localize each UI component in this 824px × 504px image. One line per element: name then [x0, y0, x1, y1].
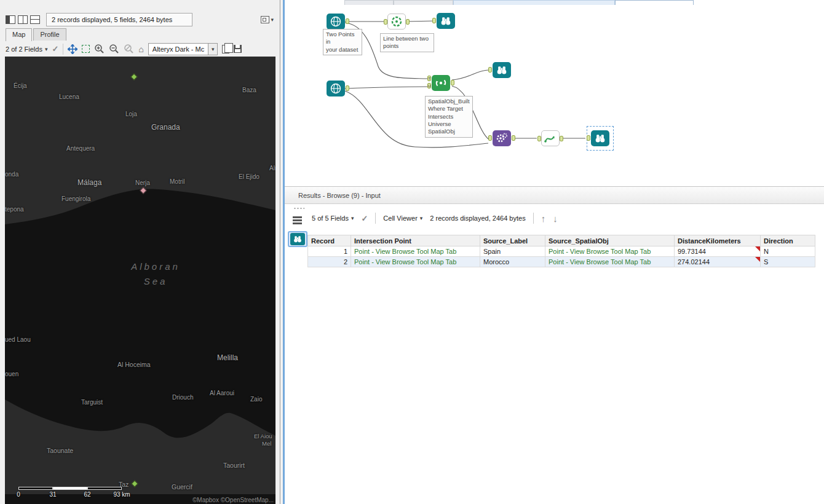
- col-source-spatialobj[interactable]: Source_SpatialObj: [545, 235, 675, 246]
- map-attribution: ©Mapbox ©OpenStreetMap...: [192, 497, 274, 503]
- input-anchor[interactable]: [384, 19, 387, 25]
- input-anchor[interactable]: [537, 136, 541, 141]
- map-point-marker[interactable]: [131, 480, 138, 487]
- chevron-down-icon[interactable]: ▾: [271, 17, 274, 23]
- input-anchor[interactable]: [488, 67, 492, 73]
- workflow-tab[interactable]: [394, 0, 453, 5]
- gears-icon: [496, 132, 508, 144]
- new-window-button[interactable]: ▾: [261, 16, 274, 23]
- tool-input-data-1[interactable]: [327, 14, 345, 30]
- tab-profile[interactable]: Profile: [33, 28, 66, 41]
- workflow-tab[interactable]: [453, 0, 615, 5]
- map-point-marker[interactable]: [140, 187, 146, 194]
- chevron-down-icon[interactable]: ▾: [208, 44, 217, 55]
- zoom-selection-icon[interactable]: [124, 44, 134, 54]
- annotation-line-between[interactable]: Line between two points: [380, 33, 434, 52]
- ring-tool-icon: [390, 15, 403, 28]
- move-down-icon[interactable]: ↓: [553, 213, 558, 224]
- col-source-label[interactable]: Source_Label: [480, 235, 545, 246]
- record-cell[interactable]: 1: [308, 246, 351, 257]
- zoom-in-icon[interactable]: [94, 44, 105, 54]
- select-rectangle-icon[interactable]: [82, 45, 90, 53]
- drag-handle-icon[interactable]: [293, 207, 304, 210]
- intersection-point-cell[interactable]: Point - View Browse Tool Map Tab: [351, 257, 480, 267]
- output-anchor[interactable]: [406, 19, 410, 25]
- results-fields-dropdown[interactable]: 5 of 5 Fields ▾: [312, 215, 354, 222]
- binoculars-icon: [594, 133, 606, 144]
- tool-line-builder[interactable]: [387, 14, 406, 30]
- workflow-canvas[interactable]: T U: [285, 5, 824, 186]
- output-anchor[interactable]: [346, 85, 349, 91]
- col-direction[interactable]: Direction: [761, 235, 815, 246]
- output-anchor[interactable]: [451, 80, 454, 85]
- separator: [375, 213, 376, 224]
- map-markers: [5, 57, 275, 504]
- layout-split-horizontal-icon[interactable]: [30, 15, 40, 24]
- tool-spatial-process[interactable]: [493, 130, 511, 146]
- input-anchor[interactable]: [488, 135, 492, 141]
- record-cell[interactable]: 2: [308, 257, 351, 267]
- tool-distance[interactable]: [541, 130, 560, 146]
- col-intersection-point[interactable]: Intersection Point: [351, 235, 480, 246]
- selected-tool-indicator[interactable]: [288, 231, 307, 247]
- col-distance-km[interactable]: DistanceKilometers: [675, 235, 761, 246]
- layout-single-icon[interactable]: [6, 15, 15, 24]
- output-anchor[interactable]: [346, 18, 349, 24]
- output-anchor[interactable]: [512, 135, 515, 141]
- tool-browse-1[interactable]: [437, 13, 455, 29]
- target-input-anchor[interactable]: T: [427, 76, 431, 81]
- fields-dropdown[interactable]: 2 of 2 Fields ▾: [6, 45, 47, 53]
- tab-map[interactable]: Map: [6, 28, 32, 41]
- source-label-cell[interactable]: Morocco: [480, 257, 545, 267]
- new-window-icon: [261, 16, 269, 23]
- annotation-spatial-match[interactable]: SpatialObj_Built Where Target Intersects…: [425, 96, 473, 138]
- connection-list-icon[interactable]: [288, 213, 306, 227]
- browse-window-toolbar: 2 records displayed, 5 fields, 2464 byte…: [0, 11, 280, 28]
- distance-cell[interactable]: 274.02144: [675, 257, 761, 267]
- source-spatialobj-cell[interactable]: Point - View Browse Tool Map Tab: [545, 246, 675, 257]
- source-label-cell[interactable]: Spain: [480, 246, 545, 257]
- direction-cell[interactable]: N: [761, 246, 815, 257]
- results-title: Results - Browse (9) - Input: [285, 186, 824, 204]
- intersection-point-cell[interactable]: Point - View Browse Tool Map Tab: [351, 246, 480, 257]
- save-icon[interactable]: [234, 45, 242, 53]
- scale-tick-label: 93 km: [113, 491, 130, 498]
- universe-input-anchor[interactable]: U: [427, 83, 431, 89]
- chevron-down-icon: ▾: [45, 46, 48, 52]
- move-up-icon[interactable]: ↑: [541, 213, 546, 224]
- tool-spatial-match[interactable]: T U: [432, 75, 450, 91]
- scale-tick-label: 0: [17, 491, 20, 498]
- map-theme-dropdown[interactable]: Alteryx Dark - Mc ▾: [148, 43, 218, 55]
- zoom-home-icon[interactable]: ⌂: [138, 45, 143, 53]
- record-status-text: 2 records displayed, 5 fields, 2464 byte…: [46, 13, 192, 26]
- tool-browse-2[interactable]: [493, 62, 511, 78]
- map-scale-labels: 0316293 km: [5, 491, 165, 500]
- workflow-tab-active[interactable]: [615, 0, 694, 5]
- source-spatialobj-cell[interactable]: Point - View Browse Tool Map Tab: [545, 257, 675, 267]
- pan-icon[interactable]: [68, 44, 77, 54]
- table-row: 2 Point - View Browse Tool Map Tab Moroc…: [308, 257, 815, 267]
- copy-icon[interactable]: [222, 45, 229, 53]
- cell-viewer-dropdown[interactable]: Cell Viewer ▾: [383, 215, 422, 222]
- apply-check-icon[interactable]: ✓: [361, 214, 368, 223]
- layout-split-vertical-icon[interactable]: [18, 15, 28, 24]
- zoom-out-icon[interactable]: [109, 44, 119, 54]
- input-anchor[interactable]: [587, 135, 590, 141]
- annotation-two-points[interactable]: Two Points in your dataset: [323, 29, 362, 55]
- apply-check-icon[interactable]: ✓: [52, 44, 58, 53]
- browse-tabs: Map Profile: [6, 28, 66, 41]
- workflow-tab-strip: [285, 0, 824, 5]
- input-anchor[interactable]: [432, 18, 436, 23]
- map-canvas[interactable]: ÉcijaLucenaBazaLojaGranadaAntequeraMálag…: [5, 57, 275, 504]
- tool-input-data-2[interactable]: [327, 81, 345, 96]
- tool-browse-selected[interactable]: [591, 130, 609, 146]
- col-record[interactable]: Record: [308, 235, 351, 246]
- workflow-tab[interactable]: [344, 0, 394, 5]
- map-point-marker[interactable]: [130, 73, 137, 80]
- scale-tick-label: 62: [84, 491, 90, 498]
- distance-cell[interactable]: 99.73144: [675, 246, 761, 257]
- direction-cell[interactable]: S: [761, 257, 815, 267]
- table-row: 1 Point - View Browse Tool Map Tab Spain…: [308, 246, 815, 257]
- results-status-text: 2 records displayed, 2464 bytes: [430, 215, 525, 222]
- output-anchor[interactable]: [560, 136, 563, 141]
